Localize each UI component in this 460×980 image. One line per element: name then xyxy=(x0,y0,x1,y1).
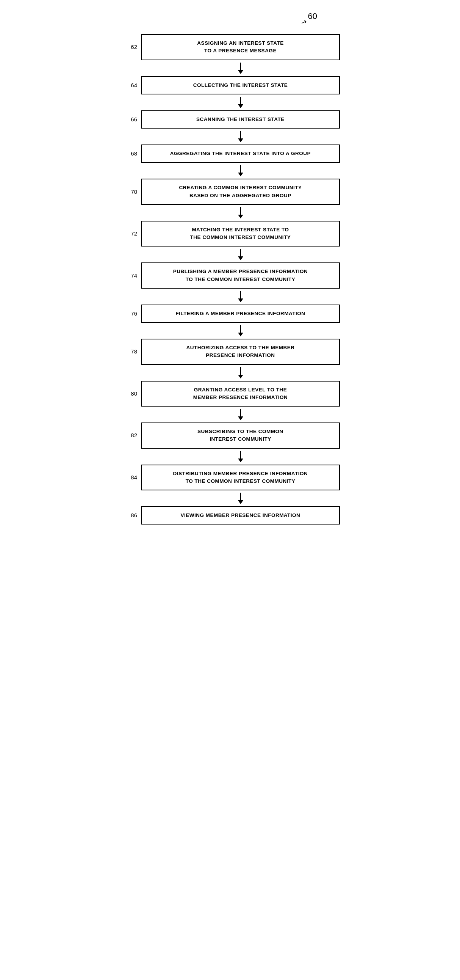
step-row-68: 68AGGREGATING THE INTEREST STATE INTO A … xyxy=(120,145,340,163)
step-box-64: COLLECTING THE INTEREST STATE xyxy=(141,76,340,94)
arrow-down-icon xyxy=(238,249,243,260)
step-row-84: 84DISTRIBUTING MEMBER PRESENCE INFORMATI… xyxy=(120,465,340,491)
step-box-84: DISTRIBUTING MEMBER PRESENCE INFORMATION… xyxy=(141,465,340,491)
step-row-72: 72MATCHING THE INTEREST STATE TOTHE COMM… xyxy=(120,221,340,247)
step-row-78: 78AUTHORIZING ACCESS TO THE MEMBERPRESEN… xyxy=(120,339,340,365)
step-row-74: 74PUBLISHING A MEMBER PRESENCE INFORMATI… xyxy=(120,262,340,289)
arrow-78 xyxy=(120,365,340,381)
step-row-64: 64COLLECTING THE INTEREST STATE xyxy=(120,76,340,94)
title-arrow-icon: ↙ xyxy=(300,18,308,27)
arrow-76 xyxy=(120,323,340,339)
step-box-80: GRANTING ACCESS LEVEL TO THEMEMBER PRESE… xyxy=(141,381,340,407)
step-label-62: 62 xyxy=(120,44,141,51)
arrow-down-icon xyxy=(238,165,243,177)
arrow-82 xyxy=(120,449,340,465)
arrow-64 xyxy=(120,94,340,110)
step-label-86: 86 xyxy=(120,512,141,519)
step-label-72: 72 xyxy=(120,230,141,237)
step-box-82: SUBSCRIBING TO THE COMMONINTEREST COMMUN… xyxy=(141,423,340,449)
step-label-74: 74 xyxy=(120,272,141,279)
arrow-down-icon xyxy=(238,131,243,142)
step-label-82: 82 xyxy=(120,432,141,439)
step-label-80: 80 xyxy=(120,390,141,397)
step-box-76: FILTERING A MEMBER PRESENCE INFORMATION xyxy=(141,305,340,323)
arrow-74 xyxy=(120,289,340,305)
step-label-78: 78 xyxy=(120,348,141,355)
arrow-down-icon xyxy=(238,97,243,108)
arrow-70 xyxy=(120,205,340,221)
diagram-container: 60 ↙ 62ASSIGNING AN INTEREST STATETO A P… xyxy=(120,15,340,525)
step-row-86: 86VIEWING MEMBER PRESENCE INFORMATION xyxy=(120,506,340,525)
step-row-66: 66SCANNING THE INTEREST STATE xyxy=(120,110,340,129)
arrow-80 xyxy=(120,407,340,423)
step-row-80: 80GRANTING ACCESS LEVEL TO THEMEMBER PRE… xyxy=(120,381,340,407)
step-row-82: 82SUBSCRIBING TO THE COMMONINTEREST COMM… xyxy=(120,423,340,449)
arrow-62 xyxy=(120,60,340,76)
arrow-68 xyxy=(120,163,340,179)
arrow-down-icon xyxy=(238,493,243,504)
arrow-down-icon xyxy=(238,207,243,218)
diagram-title: 60 xyxy=(308,11,317,21)
step-label-68: 68 xyxy=(120,150,141,157)
step-box-78: AUTHORIZING ACCESS TO THE MEMBERPRESENCE… xyxy=(141,339,340,365)
arrow-down-icon xyxy=(238,409,243,420)
step-label-64: 64 xyxy=(120,82,141,89)
step-row-62: 62ASSIGNING AN INTEREST STATETO A PRESEN… xyxy=(120,34,340,60)
arrow-down-icon xyxy=(238,291,243,302)
arrow-down-icon xyxy=(238,325,243,336)
step-box-68: AGGREGATING THE INTEREST STATE INTO A GR… xyxy=(141,145,340,163)
step-label-76: 76 xyxy=(120,310,141,317)
step-box-86: VIEWING MEMBER PRESENCE INFORMATION xyxy=(141,506,340,525)
step-label-70: 70 xyxy=(120,188,141,195)
flow-chart: 62ASSIGNING AN INTEREST STATETO A PRESEN… xyxy=(120,34,340,525)
step-label-84: 84 xyxy=(120,474,141,481)
step-box-62: ASSIGNING AN INTEREST STATETO A PRESENCE… xyxy=(141,34,340,60)
arrow-72 xyxy=(120,247,340,262)
arrow-down-icon xyxy=(238,62,243,74)
arrow-down-icon xyxy=(238,367,243,379)
step-row-70: 70CREATING A COMMON INTEREST COMMUNITYBA… xyxy=(120,179,340,205)
step-box-74: PUBLISHING A MEMBER PRESENCE INFORMATION… xyxy=(141,262,340,289)
step-box-66: SCANNING THE INTEREST STATE xyxy=(141,110,340,129)
arrow-84 xyxy=(120,490,340,506)
arrow-66 xyxy=(120,129,340,145)
step-row-76: 76FILTERING A MEMBER PRESENCE INFORMATIO… xyxy=(120,305,340,323)
arrow-down-icon xyxy=(238,451,243,462)
step-box-70: CREATING A COMMON INTEREST COMMUNITYBASE… xyxy=(141,179,340,205)
step-label-66: 66 xyxy=(120,116,141,123)
step-box-72: MATCHING THE INTEREST STATE TOTHE COMMON… xyxy=(141,221,340,247)
